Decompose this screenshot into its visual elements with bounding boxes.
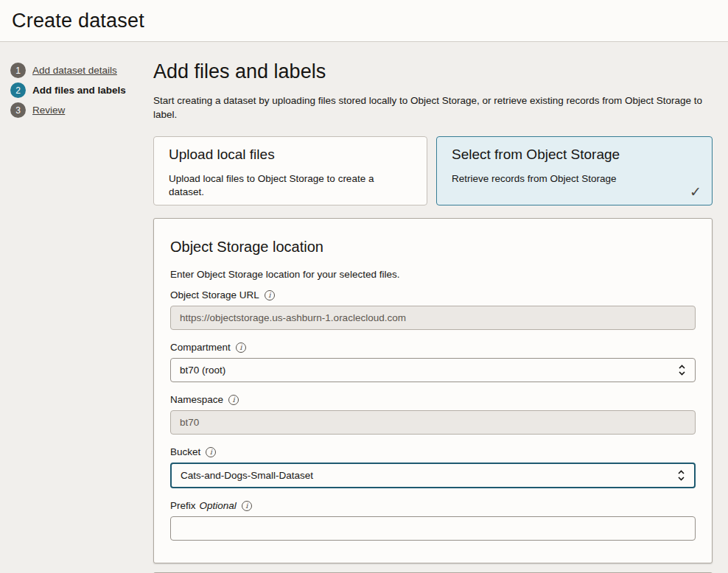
step-review[interactable]: 3 Review xyxy=(10,102,153,118)
content-area: 1 Add dataset details 2 Add files and la… xyxy=(0,42,728,573)
namespace-value: bt70 xyxy=(180,417,199,428)
bucket-selected-value: Cats-and-Dogs-Small-Dataset xyxy=(181,470,313,481)
step-2-circle: 2 xyxy=(10,82,26,98)
field-bucket: Bucket i Cats-and-Dogs-Small-Dataset xyxy=(170,446,696,488)
step-add-files-and-labels: 2 Add files and labels xyxy=(10,82,153,98)
field-compartment: Compartment i bt70 (root) xyxy=(170,341,696,382)
info-icon[interactable]: i xyxy=(265,290,275,300)
compartment-selected-value: bt70 (root) xyxy=(180,365,225,376)
card-select-from-object-storage[interactable]: Select from Object Storage Retrieve reco… xyxy=(436,136,713,205)
source-option-cards: Upload local files Upload local files to… xyxy=(153,136,713,205)
compartment-select[interactable]: bt70 (root) xyxy=(170,358,696,382)
page-header: Create dataset xyxy=(0,0,728,42)
panel-title: Object Storage location xyxy=(170,238,696,256)
prefix-label: Prefix Optional i xyxy=(170,499,696,512)
card-upload-title: Upload local files xyxy=(169,147,412,163)
step-1-label[interactable]: Add dataset details xyxy=(32,65,117,76)
object-storage-url-value: https://objectstorage.us-ashburn-1.oracl… xyxy=(180,312,406,323)
step-2-label: Add files and labels xyxy=(32,85,126,96)
info-icon[interactable]: i xyxy=(242,501,252,511)
compartment-label: Compartment i xyxy=(170,341,696,354)
field-object-storage-url: Object Storage URL i https://objectstora… xyxy=(170,289,696,330)
step-3-circle: 3 xyxy=(10,102,26,118)
card-upload-description: Upload local files to Object Storage to … xyxy=(169,172,412,199)
namespace-label: Namespace i xyxy=(170,393,696,406)
namespace-label-text: Namespace xyxy=(170,394,223,405)
info-icon[interactable]: i xyxy=(206,447,216,457)
main-content: Add files and labels Start creating a da… xyxy=(153,60,713,573)
step-1-circle: 1 xyxy=(10,63,26,78)
card-object-storage-description: Retrieve records from Object Storage xyxy=(452,172,697,186)
wizard-stepper: 1 Add dataset details 2 Add files and la… xyxy=(0,60,153,573)
compartment-label-text: Compartment xyxy=(170,342,231,353)
checkmark-icon: ✓ xyxy=(690,183,701,200)
object-storage-url-input: https://objectstorage.us-ashburn-1.oracl… xyxy=(170,306,696,330)
bucket-select[interactable]: Cats-and-Dogs-Small-Dataset xyxy=(170,463,696,488)
bucket-label: Bucket i xyxy=(170,446,696,458)
panel-description: Enter Object Storage location for your s… xyxy=(170,269,696,280)
chevron-up-down-icon xyxy=(677,469,685,482)
card-object-storage-title: Select from Object Storage xyxy=(452,147,697,163)
field-namespace: Namespace i bt70 xyxy=(170,393,696,435)
prefix-label-text: Prefix xyxy=(170,500,196,511)
prefix-optional-tag: Optional xyxy=(200,500,237,511)
page-title: Create dataset xyxy=(12,10,144,32)
prefix-input[interactable] xyxy=(170,516,696,541)
step-add-dataset-details[interactable]: 1 Add dataset details xyxy=(10,63,153,78)
object-storage-location-panel: Object Storage location Enter Object Sto… xyxy=(153,218,713,563)
object-storage-url-label-text: Object Storage URL xyxy=(170,289,259,300)
object-storage-url-label: Object Storage URL i xyxy=(170,289,696,301)
step-3-label[interactable]: Review xyxy=(32,105,65,116)
info-icon[interactable]: i xyxy=(236,342,246,353)
info-icon[interactable]: i xyxy=(228,395,239,405)
section-title: Add files and labels xyxy=(153,60,713,83)
section-description: Start creating a dataset by uploading fi… xyxy=(153,94,706,122)
card-upload-local-files[interactable]: Upload local files Upload local files to… xyxy=(153,136,427,205)
chevron-up-down-icon xyxy=(678,364,686,376)
namespace-input: bt70 xyxy=(170,410,696,435)
bucket-label-text: Bucket xyxy=(170,446,200,457)
field-prefix: Prefix Optional i xyxy=(170,499,696,541)
